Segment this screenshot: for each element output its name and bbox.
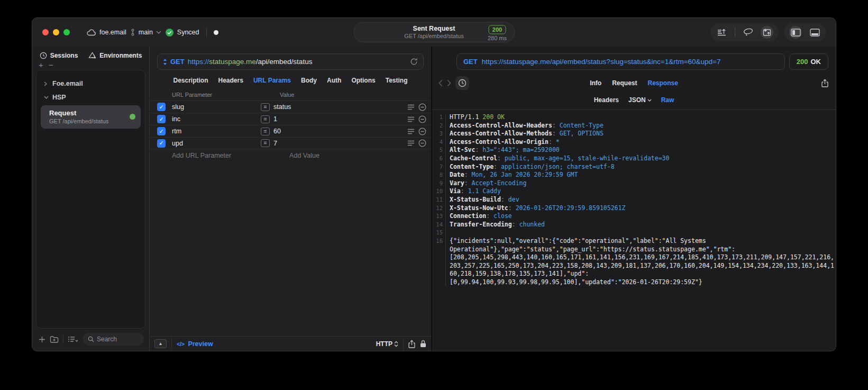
response-url-box[interactable]: GET https://statuspage.me/api/embed/stat… — [456, 53, 785, 70]
line-text: [0,99.94,100,99.93,99.98,99.95,100],"upd… — [446, 278, 702, 287]
sidebar-tab-label: Environments — [99, 52, 142, 59]
share-icon[interactable] — [408, 340, 415, 348]
history-back-icon[interactable] — [438, 79, 443, 87]
sidebar-bottom-bar: Search — [32, 332, 149, 351]
import-icon[interactable] — [716, 26, 728, 39]
param-value[interactable]: status — [273, 103, 407, 111]
close-button[interactable] — [42, 29, 49, 35]
request-method[interactable]: GET — [170, 58, 185, 66]
tree-item-foe.email[interactable]: Foe.email — [40, 77, 142, 90]
add-param-row[interactable]: Add URL Parameter Add Value — [150, 149, 431, 161]
param-name[interactable]: rtm — [172, 128, 261, 135]
column-value: Value — [280, 92, 294, 98]
param-value[interactable]: 1 — [273, 115, 407, 123]
response-subtab-json[interactable]: JSON — [628, 96, 652, 104]
param-value[interactable]: 60 — [273, 128, 407, 135]
method-stepper-icon[interactable] — [163, 58, 167, 66]
sync-requests-icon[interactable] — [761, 26, 773, 39]
param-row[interactable]: ✓upd=7 — [150, 137, 431, 149]
url-host: statuspage.me — [209, 58, 256, 66]
tab-auth[interactable]: Auth — [327, 77, 341, 84]
request-list-item[interactable]: Request GET /api/embed/status — [41, 105, 141, 129]
remove-row-icon[interactable] — [418, 128, 426, 135]
add-request-icon[interactable] — [39, 336, 45, 343]
tab-options[interactable]: Options — [351, 77, 375, 84]
synced-label: Synced — [177, 29, 199, 36]
add-url-parameter-placeholder[interactable]: Add URL Parameter — [172, 152, 231, 159]
tab-headers[interactable]: Headers — [218, 77, 243, 84]
equals-icon: = — [261, 115, 270, 123]
param-name[interactable]: inc — [172, 115, 261, 123]
line-number: 12 — [432, 204, 446, 213]
tab-testing[interactable]: Testing — [386, 77, 408, 84]
param-checkbox[interactable]: ✓ — [157, 115, 166, 123]
add-value-placeholder[interactable]: Add Value — [289, 152, 319, 159]
code-icon: </> — [177, 341, 184, 347]
sidebar-tab-sessions[interactable]: Sessions — [40, 52, 78, 59]
response-tab-response[interactable]: Response — [647, 79, 678, 87]
param-value[interactable]: 7 — [273, 140, 407, 147]
add-session-icon[interactable]: + — [39, 62, 43, 68]
response-line: 8Date: Mon, 26 Jan 2026 20:29:59 GMT — [432, 171, 836, 179]
row-menu-icon[interactable] — [407, 104, 415, 110]
param-checkbox[interactable]: ✓ — [157, 139, 166, 148]
row-menu-icon[interactable] — [407, 129, 415, 134]
minimize-button[interactable] — [53, 29, 59, 35]
add-folder-icon[interactable] — [50, 335, 59, 343]
project-name[interactable]: foe.email — [87, 29, 126, 36]
toggle-bottom-panel-icon[interactable] — [808, 26, 821, 39]
branch-selector[interactable]: main — [130, 29, 161, 36]
param-checkbox[interactable]: ✓ — [157, 127, 166, 135]
params-header: URL Parameter Value — [150, 90, 431, 101]
param-row[interactable]: ✓inc=1 — [150, 113, 431, 125]
remove-row-icon[interactable] — [418, 103, 426, 111]
param-row[interactable]: ✓rtm=60 — [150, 125, 431, 137]
param-checkbox[interactable]: ✓ — [157, 103, 166, 111]
request-url-bar[interactable]: GET https://statuspage.me/api/embed/stat… — [157, 53, 424, 70]
sort-list-icon[interactable] — [68, 336, 78, 342]
response-subtab-headers[interactable]: Headers — [594, 96, 619, 104]
param-row[interactable]: ✓slug=status — [150, 101, 431, 113]
url-path: /api/embed/status — [256, 58, 313, 66]
line-text: Access-Control-Allow-Origin: * — [446, 138, 560, 147]
line-text: {"incidents":null,"overall":{"code":"ope… — [446, 237, 706, 246]
remove-row-icon[interactable] — [418, 115, 426, 123]
tab-body[interactable]: Body — [301, 77, 317, 84]
tree-item-hsp[interactable]: HSP — [40, 90, 142, 104]
response-subtab-raw[interactable]: Raw — [661, 96, 674, 104]
zoom-button[interactable] — [63, 29, 70, 35]
protocol-select[interactable]: HTTP — [376, 340, 398, 348]
export-response-icon[interactable] — [821, 79, 828, 87]
response-tab-info[interactable]: Info — [590, 79, 601, 87]
response-tabs: InfoRequestResponse — [590, 79, 678, 87]
sent-request-pill[interactable]: Sent Request GET /api/embed/status 200 2… — [353, 22, 515, 43]
sync-status[interactable]: Synced — [165, 28, 199, 37]
tab-description[interactable]: Description — [173, 77, 208, 84]
remove-session-icon[interactable]: − — [49, 62, 53, 68]
sidebar-tab-environments[interactable]: Environments — [88, 52, 142, 59]
param-name[interactable]: upd — [172, 140, 261, 147]
expand-panel-icon[interactable]: ▲ — [154, 339, 167, 348]
param-name[interactable]: slug — [172, 103, 261, 111]
chevron-down-icon — [156, 31, 161, 34]
lasso-icon[interactable] — [742, 26, 754, 39]
resend-icon[interactable] — [410, 58, 418, 66]
row-menu-icon[interactable] — [407, 116, 415, 122]
response-raw-view[interactable]: 1HTTP/1.1 200 OK2Access-Control-Allow-He… — [432, 110, 836, 351]
history-clock-icon[interactable] — [455, 76, 469, 90]
request-url[interactable]: https://statuspage.me/api/embed/status — [188, 58, 407, 66]
row-menu-icon[interactable] — [407, 140, 415, 146]
tab-url-params[interactable]: URL Params — [253, 77, 291, 84]
preview-button[interactable]: </> Preview — [177, 340, 213, 348]
protocol-label: HTTP — [376, 340, 392, 348]
line-text: 203,257,225,165,250,173,204,223,158,208,… — [446, 262, 834, 270]
response-tab-request[interactable]: Request — [612, 79, 637, 87]
history-forward-icon[interactable] — [447, 79, 451, 87]
search-input[interactable]: Search — [83, 333, 144, 346]
response-line: [0,99.94,100,99.93,99.98,99.95,100],"upd… — [432, 278, 836, 287]
line-text: Date: Mon, 26 Jan 2026 20:29:59 GMT — [446, 171, 578, 179]
lock-icon[interactable] — [420, 340, 426, 348]
remove-row-icon[interactable] — [418, 139, 426, 147]
request-tabs: DescriptionHeadersURL ParamsBodyAuthOpti… — [150, 70, 431, 90]
toggle-sidebar-icon[interactable] — [789, 26, 802, 39]
